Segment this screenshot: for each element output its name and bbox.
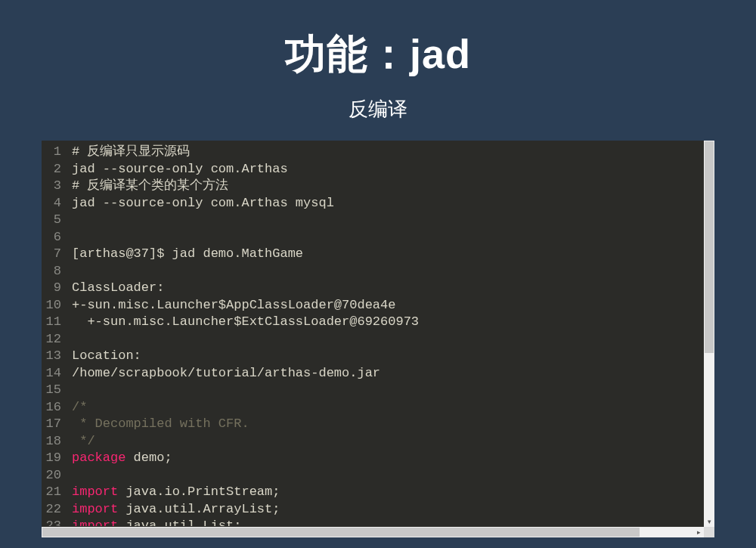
code-content: # 反编译某个类的某个方法 [72,178,714,195]
line-number: 2 [42,161,72,178]
line-number: 10 [42,297,72,314]
code-content: +-sun.misc.Launcher$AppClassLoader@70dea… [72,297,714,314]
code-content [72,382,714,399]
code-content: Location: [72,348,714,365]
code-content: /* [72,399,714,416]
line-number: 21 [42,484,72,501]
line-number: 11 [42,314,72,331]
line-number: 13 [42,348,72,365]
line-number: 1 [42,144,72,161]
code-line: 21import java.io.PrintStream; [42,484,714,501]
code-line: 17 * Decompiled with CFR. [42,416,714,433]
code-block: 1# 反编译只显示源码2jad --source-only com.Arthas… [42,141,714,537]
line-number: 7 [42,246,72,263]
code-content: +-sun.misc.Launcher$ExtClassLoader@69260… [72,314,714,331]
code-content: import java.io.PrintStream; [72,484,714,501]
code-content: import java.util.List; [72,518,714,526]
code-line: 10+-sun.misc.Launcher$AppClassLoader@70d… [42,297,714,314]
scroll-down-icon[interactable]: ▾ [704,516,714,527]
code-content [72,229,714,246]
scrollbar-corner [704,527,714,537]
slide: 功能：jad 反编译 1# 反编译只显示源码2jad --source-only… [0,0,756,548]
code-line: 6 [42,229,714,246]
line-number: 14 [42,365,72,382]
line-number: 20 [42,467,72,485]
code-line: 18 */ [42,433,714,450]
code-content [72,263,714,280]
code-content: jad --source-only com.Arthas mysql [72,195,714,212]
code-line: 11 +-sun.misc.Launcher$ExtClassLoader@69… [42,314,714,331]
vertical-scroll-thumb[interactable] [705,141,714,353]
line-number: 17 [42,416,72,433]
code-line: 16/* [42,399,714,416]
code-content [72,212,714,229]
line-number: 23 [42,518,72,526]
code-line: 19package demo; [42,450,714,467]
code-line: 5 [42,212,714,229]
code-content [72,467,714,485]
line-number: 3 [42,178,72,195]
code-line: 2jad --source-only com.Arthas [42,161,714,178]
code-line: 4jad --source-only com.Arthas mysql [42,195,714,212]
code-content: package demo; [72,450,714,467]
code-content: /home/scrapbook/tutorial/arthas-demo.jar [72,365,714,382]
line-number: 8 [42,263,72,280]
code-content: # 反编译只显示源码 [72,144,714,161]
line-number: 19 [42,450,72,467]
line-number: 6 [42,229,72,246]
code-content [72,331,714,348]
code-line: 15 [42,382,714,399]
line-number: 5 [42,212,72,229]
slide-subtitle: 反编译 [349,96,407,122]
line-number: 18 [42,433,72,450]
code-content: * Decompiled with CFR. [72,416,714,433]
code-line: 7[arthas@37]$ jad demo.MathGame [42,246,714,263]
code-content: */ [72,433,714,450]
slide-title: 功能：jad [285,27,471,82]
line-number: 12 [42,331,72,348]
code-line: 14/home/scrapbook/tutorial/arthas-demo.j… [42,365,714,382]
code-line: 8 [42,263,714,280]
code-content: ClassLoader: [72,280,714,297]
code-line: 22import java.util.ArrayList; [42,501,714,519]
line-number: 9 [42,280,72,297]
code-content: [arthas@37]$ jad demo.MathGame [72,246,714,263]
code-line: 9ClassLoader: [42,280,714,297]
code-line: 13Location: [42,348,714,365]
line-number: 16 [42,399,72,416]
code-content: import java.util.ArrayList; [72,501,714,519]
code-line: 3# 反编译某个类的某个方法 [42,178,714,195]
code-line: 1# 反编译只显示源码 [42,144,714,161]
horizontal-scrollbar[interactable]: ▸ [42,527,704,537]
code-line: 23import java.util.List; [42,518,714,526]
line-number: 22 [42,501,72,519]
line-number: 15 [42,382,72,399]
code-line: 12 [42,331,714,348]
scroll-right-icon[interactable]: ▸ [693,527,704,537]
horizontal-scroll-thumb[interactable] [42,528,640,537]
vertical-scrollbar[interactable]: ▾ [704,141,714,527]
code-line: 20 [42,467,714,485]
code-content: jad --source-only com.Arthas [72,161,714,178]
code-viewport: 1# 反编译只显示源码2jad --source-only com.Arthas… [42,141,714,526]
line-number: 4 [42,195,72,212]
